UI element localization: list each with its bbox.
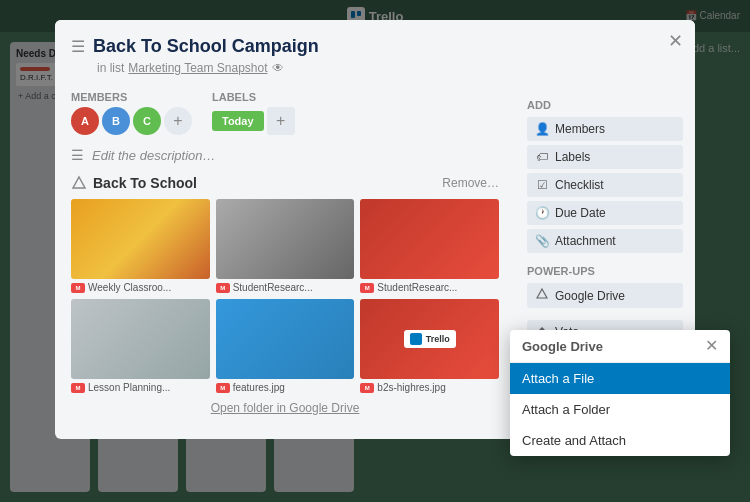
labels-sidebar-button[interactable]: 🏷 Labels bbox=[527, 145, 683, 169]
modal-overlay: ✕ ☰ Back To School Campaign in list Mark… bbox=[0, 0, 750, 502]
image-label-5: M b2s-highres.jpg bbox=[360, 382, 499, 393]
image-item-5: Trello M b2s-highres.jpg bbox=[360, 299, 499, 393]
attach-file-item[interactable]: Attach a File bbox=[510, 363, 730, 394]
description-placeholder[interactable]: Edit the description… bbox=[92, 148, 216, 163]
members-sidebar-button[interactable]: 👤 Members bbox=[527, 117, 683, 141]
members-label: Members bbox=[71, 91, 192, 103]
img-type-icon-1: M bbox=[216, 283, 230, 293]
image-thumb-5[interactable]: Trello bbox=[360, 299, 499, 379]
image-item-3: M Lesson Planning... bbox=[71, 299, 210, 393]
dropdown-close-button[interactable]: ✕ bbox=[705, 338, 718, 354]
description-icon: ☰ bbox=[71, 147, 84, 163]
google-drive-dropdown: Google Drive ✕ Attach a File Attach a Fo… bbox=[510, 330, 730, 456]
image-item-2: M StudentResearc... bbox=[360, 199, 499, 293]
google-drive-sidebar-button[interactable]: Google Drive bbox=[527, 283, 683, 308]
members-section: Members A B C + bbox=[71, 91, 192, 135]
modal-main: Members A B C + Labels Today + bbox=[55, 83, 515, 439]
attach-folder-item[interactable]: Attach a Folder bbox=[510, 394, 730, 425]
attachment-section: Back To School Remove… M Weekly Classroo… bbox=[71, 175, 499, 415]
image-thumb-1[interactable] bbox=[216, 199, 355, 279]
dropdown-title: Google Drive bbox=[522, 339, 603, 354]
image-item-1: M StudentResearc... bbox=[216, 199, 355, 293]
modal-close-button[interactable]: ✕ bbox=[668, 32, 683, 50]
labels-btn-icon: 🏷 bbox=[535, 150, 549, 164]
image-thumb-4[interactable] bbox=[216, 299, 355, 379]
eye-icon: 👁 bbox=[272, 61, 284, 75]
open-folder-link[interactable]: Open folder in Google Drive bbox=[71, 401, 499, 415]
avatar-1: A bbox=[71, 107, 99, 135]
attachment-btn-icon: 📎 bbox=[535, 234, 549, 248]
image-item-4: M features.jpg bbox=[216, 299, 355, 393]
description-row[interactable]: ☰ Edit the description… bbox=[71, 147, 499, 163]
image-label-4: M features.jpg bbox=[216, 382, 355, 393]
modal-title: Back To School Campaign bbox=[93, 36, 319, 57]
avatar-2: B bbox=[102, 107, 130, 135]
checklist-sidebar-button[interactable]: ☑ Checklist bbox=[527, 173, 683, 197]
avatar-3: C bbox=[133, 107, 161, 135]
modal-subtitle: in list Marketing Team Snapshot 👁 bbox=[97, 61, 655, 75]
labels-section: Labels Today + bbox=[212, 91, 295, 135]
attachment-header: Back To School Remove… bbox=[71, 175, 499, 191]
image-label-3: M Lesson Planning... bbox=[71, 382, 210, 393]
attachment-sidebar-button[interactable]: 📎 Attachment bbox=[527, 229, 683, 253]
power-ups-title: Power-Ups bbox=[527, 265, 683, 277]
due-date-sidebar-button[interactable]: 🕐 Due Date bbox=[527, 201, 683, 225]
image-item-0: M Weekly Classroo... bbox=[71, 199, 210, 293]
img-type-icon-5: M bbox=[360, 383, 374, 393]
svg-marker-2 bbox=[73, 177, 85, 188]
image-label-2: M StudentResearc... bbox=[360, 282, 499, 293]
svg-marker-4 bbox=[537, 289, 547, 298]
add-label-button[interactable]: + bbox=[267, 107, 295, 135]
label-today: Today bbox=[212, 111, 264, 131]
due-date-btn-icon: 🕐 bbox=[535, 206, 549, 220]
meta-row: Members A B C + Labels Today + bbox=[71, 91, 499, 135]
add-member-button[interactable]: + bbox=[164, 107, 192, 135]
checklist-btn-icon: ☑ bbox=[535, 178, 549, 192]
image-label-1: M StudentResearc... bbox=[216, 282, 355, 293]
image-label-0: M Weekly Classroo... bbox=[71, 282, 210, 293]
img-type-icon-2: M bbox=[360, 283, 374, 293]
list-link[interactable]: Marketing Team Snapshot bbox=[128, 61, 267, 75]
image-thumb-0[interactable] bbox=[71, 199, 210, 279]
labels-row: Today + bbox=[212, 107, 295, 135]
attachment-title-row: Back To School bbox=[71, 175, 197, 191]
modal-header: ☰ Back To School Campaign in list Market… bbox=[55, 20, 695, 83]
img-type-icon-4: M bbox=[216, 383, 230, 393]
remove-link[interactable]: Remove… bbox=[442, 176, 499, 190]
google-drive-icon bbox=[71, 175, 87, 191]
attachment-section-title: Back To School bbox=[93, 175, 197, 191]
labels-label: Labels bbox=[212, 91, 295, 103]
image-grid: M Weekly Classroo... M StudentResearc... bbox=[71, 199, 499, 393]
card-type-icon: ☰ bbox=[71, 37, 85, 56]
img-type-icon-0: M bbox=[71, 283, 85, 293]
img-type-icon-3: M bbox=[71, 383, 85, 393]
google-drive-btn-icon bbox=[535, 288, 549, 303]
modal-title-row: ☰ Back To School Campaign bbox=[71, 36, 655, 57]
create-attach-item[interactable]: Create and Attach bbox=[510, 425, 730, 456]
image-thumb-2[interactable] bbox=[360, 199, 499, 279]
avatars-row: A B C + bbox=[71, 107, 192, 135]
dropdown-header: Google Drive ✕ bbox=[510, 330, 730, 363]
members-btn-icon: 👤 bbox=[535, 122, 549, 136]
add-section-title: Add bbox=[527, 99, 683, 111]
image-thumb-3[interactable] bbox=[71, 299, 210, 379]
